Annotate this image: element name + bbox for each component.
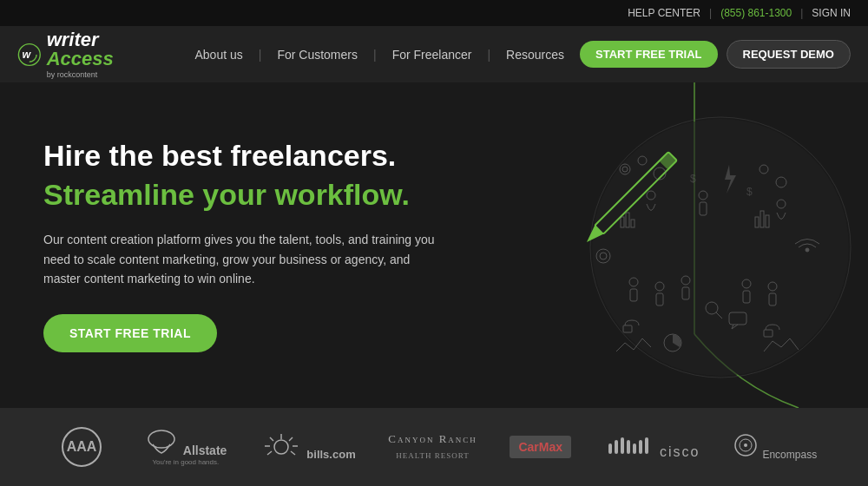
logo-sub: by rockcontent bbox=[47, 70, 154, 79]
brand-logo-carmax: CarMax bbox=[510, 436, 571, 458]
divider-2: | bbox=[800, 7, 803, 19]
carmax-label: CarMax bbox=[518, 440, 562, 454]
nav-demo-button[interactable]: REQUEST DEMO bbox=[727, 40, 851, 69]
svg-rect-58 bbox=[621, 437, 624, 454]
hero-description: Our content creation platform gives you … bbox=[43, 230, 443, 288]
logo-text-area: writer Access by rockcontent bbox=[47, 30, 154, 79]
nav-resources[interactable]: Resources bbox=[490, 48, 580, 62]
divider-1: | bbox=[709, 7, 712, 19]
svg-text:$: $ bbox=[746, 186, 753, 198]
svg-point-28 bbox=[806, 248, 809, 252]
hero-trial-button[interactable]: START FREE TRIAL bbox=[43, 314, 217, 352]
hero-title-line2: Streamline your workflow. bbox=[43, 177, 443, 213]
hero-title-line1: Hire the best freelancers. bbox=[43, 138, 443, 174]
canyon-ranch-sub: HEALTH RESORT bbox=[396, 451, 469, 460]
svg-rect-61 bbox=[639, 440, 642, 454]
hero-illustration: $ $ bbox=[434, 82, 868, 408]
brand-logo-bills: bills.com bbox=[260, 432, 356, 462]
encompass-label: Encompass bbox=[762, 449, 817, 461]
hero-section: Hire the best freelancers. Streamline yo… bbox=[0, 82, 868, 408]
svg-line-51 bbox=[270, 437, 273, 441]
svg-point-4 bbox=[592, 119, 849, 376]
svg-rect-57 bbox=[615, 440, 618, 454]
svg-text:AAA: AAA bbox=[66, 439, 96, 454]
svg-line-53 bbox=[267, 451, 272, 455]
sign-in-link[interactable]: SIGN IN bbox=[812, 7, 851, 19]
help-center-label[interactable]: HELP CENTER bbox=[628, 7, 700, 19]
logos-bar: AAA Allstate You're in good hands. bbox=[0, 408, 868, 486]
logo-area: w writer Access by rockcontent bbox=[17, 30, 154, 79]
logo-brand-name: writer Access bbox=[47, 30, 154, 69]
svg-point-65 bbox=[744, 443, 747, 447]
brand-logo-encompass: Encompass bbox=[733, 432, 817, 462]
brand-logo-cisco: cisco bbox=[604, 435, 700, 460]
logo-access: Access bbox=[47, 48, 114, 69]
allstate-sub: You're in good hands. bbox=[144, 458, 227, 466]
nav-trial-button[interactable]: START FREE TRIAL bbox=[580, 41, 718, 68]
allstate-label: Allstate bbox=[183, 443, 227, 457]
brand-logo-allstate: Allstate You're in good hands. bbox=[144, 429, 227, 466]
svg-rect-56 bbox=[608, 443, 612, 454]
svg-rect-59 bbox=[627, 440, 630, 454]
svg-point-55 bbox=[274, 440, 288, 454]
svg-rect-60 bbox=[633, 443, 636, 454]
svg-point-47 bbox=[148, 430, 174, 448]
nav-links: About us | For Customers | For Freelance… bbox=[180, 48, 581, 62]
svg-line-54 bbox=[291, 451, 295, 455]
logo-icon: w bbox=[17, 41, 42, 69]
brand-logo-aaa: AAA bbox=[51, 425, 112, 469]
utility-bar: HELP CENTER | (855) 861-1300 | SIGN IN bbox=[0, 0, 868, 26]
phone-number[interactable]: (855) 861-1300 bbox=[720, 7, 792, 19]
nav-for-freelancer[interactable]: For Freelancer bbox=[377, 48, 488, 62]
cisco-label: cisco bbox=[660, 444, 700, 459]
svg-text:$: $ bbox=[690, 173, 696, 185]
navbar: w writer Access by rockcontent About us … bbox=[0, 26, 868, 82]
nav-cta-area: START FREE TRIAL REQUEST DEMO bbox=[580, 40, 851, 69]
nav-about-us[interactable]: About us bbox=[180, 48, 259, 62]
canyon-ranch-label: Canyon Ranch bbox=[388, 432, 477, 446]
svg-text:w: w bbox=[23, 49, 32, 61]
bills-label: bills.com bbox=[306, 448, 355, 461]
svg-rect-62 bbox=[645, 437, 648, 454]
nav-for-customers[interactable]: For Customers bbox=[261, 48, 373, 62]
hero-content: Hire the best freelancers. Streamline yo… bbox=[43, 138, 443, 353]
brand-logo-canyon-ranch: Canyon Ranch HEALTH RESORT bbox=[388, 432, 477, 462]
svg-line-49 bbox=[289, 437, 293, 441]
